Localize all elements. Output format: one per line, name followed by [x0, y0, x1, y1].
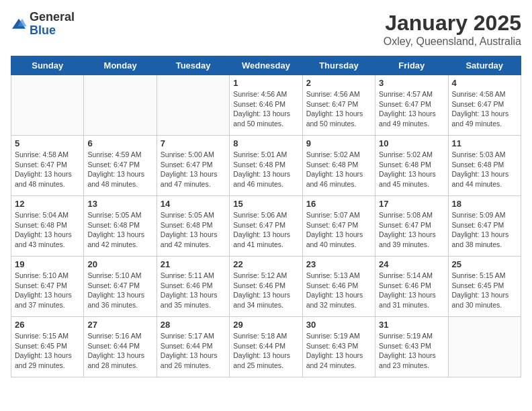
weekday-header-saturday: Saturday — [448, 56, 521, 75]
weekday-header-row: SundayMondayTuesdayWednesdayThursdayFrid… — [11, 56, 521, 75]
day-info: Sunrise: 5:13 AMSunset: 6:46 PMDaylight:… — [306, 271, 371, 310]
week-row-5: 26Sunrise: 5:15 AMSunset: 6:45 PMDayligh… — [11, 317, 521, 377]
day-cell-2: 2Sunrise: 4:56 AMSunset: 6:47 PMDaylight… — [302, 75, 375, 136]
day-info: Sunrise: 5:15 AMSunset: 6:45 PMDaylight:… — [15, 331, 80, 371]
day-info: Sunrise: 5:16 AMSunset: 6:44 PMDaylight:… — [87, 331, 152, 371]
day-cell-1: 1Sunrise: 4:56 AMSunset: 6:46 PMDaylight… — [230, 75, 302, 136]
day-info: Sunrise: 4:57 AMSunset: 6:47 PMDaylight:… — [379, 89, 444, 129]
day-cell-21: 21Sunrise: 5:11 AMSunset: 6:46 PMDayligh… — [157, 257, 229, 317]
week-row-2: 5Sunrise: 4:58 AMSunset: 6:47 PMDaylight… — [11, 136, 521, 196]
day-number: 22 — [233, 259, 298, 269]
day-cell-30: 30Sunrise: 5:19 AMSunset: 6:43 PMDayligh… — [302, 317, 375, 377]
empty-cell — [157, 75, 229, 136]
day-number: 2 — [306, 78, 371, 88]
day-cell-7: 7Sunrise: 5:00 AMSunset: 6:47 PMDaylight… — [157, 136, 229, 196]
weekday-header-monday: Monday — [84, 56, 157, 75]
day-info: Sunrise: 5:00 AMSunset: 6:47 PMDaylight:… — [161, 150, 226, 189]
weekday-header-thursday: Thursday — [302, 56, 375, 75]
empty-cell — [448, 317, 521, 377]
day-number: 25 — [452, 259, 517, 269]
day-cell-26: 26Sunrise: 5:15 AMSunset: 6:45 PMDayligh… — [11, 317, 84, 377]
day-info: Sunrise: 5:11 AMSunset: 6:46 PMDaylight:… — [161, 271, 226, 310]
day-info: Sunrise: 5:02 AMSunset: 6:48 PMDaylight:… — [379, 150, 444, 189]
day-number: 1 — [233, 78, 298, 88]
day-cell-3: 3Sunrise: 4:57 AMSunset: 6:47 PMDaylight… — [375, 75, 448, 136]
day-cell-31: 31Sunrise: 5:19 AMSunset: 6:43 PMDayligh… — [375, 317, 448, 377]
day-number: 4 — [452, 78, 517, 88]
day-info: Sunrise: 4:56 AMSunset: 6:46 PMDaylight:… — [233, 89, 298, 129]
day-info: Sunrise: 5:10 AMSunset: 6:47 PMDaylight:… — [87, 271, 152, 310]
day-info: Sunrise: 5:17 AMSunset: 6:44 PMDaylight:… — [161, 331, 226, 371]
day-number: 14 — [161, 199, 226, 209]
day-number: 26 — [15, 320, 80, 330]
day-cell-10: 10Sunrise: 5:02 AMSunset: 6:48 PMDayligh… — [375, 136, 448, 196]
day-number: 27 — [87, 320, 152, 330]
day-cell-27: 27Sunrise: 5:16 AMSunset: 6:44 PMDayligh… — [84, 317, 157, 377]
page-header: General Blue January 2025 Oxley, Queensl… — [11, 11, 521, 48]
day-info: Sunrise: 5:09 AMSunset: 6:47 PMDaylight:… — [452, 210, 517, 250]
calendar-subtitle: Oxley, Queensland, Australia — [384, 36, 521, 48]
day-info: Sunrise: 5:02 AMSunset: 6:48 PMDaylight:… — [306, 150, 371, 189]
day-info: Sunrise: 5:01 AMSunset: 6:48 PMDaylight:… — [233, 150, 298, 189]
day-number: 29 — [233, 320, 298, 330]
day-number: 10 — [379, 138, 444, 148]
day-number: 18 — [452, 199, 517, 209]
day-info: Sunrise: 4:58 AMSunset: 6:47 PMDaylight:… — [452, 89, 517, 129]
day-info: Sunrise: 5:18 AMSunset: 6:44 PMDaylight:… — [233, 331, 298, 371]
day-number: 5 — [15, 138, 80, 148]
week-row-3: 12Sunrise: 5:04 AMSunset: 6:48 PMDayligh… — [11, 196, 521, 257]
day-info: Sunrise: 5:15 AMSunset: 6:45 PMDaylight:… — [452, 271, 517, 310]
day-cell-28: 28Sunrise: 5:17 AMSunset: 6:44 PMDayligh… — [157, 317, 229, 377]
logo: General Blue — [11, 11, 75, 38]
weekday-header-sunday: Sunday — [11, 56, 84, 75]
day-number: 23 — [306, 259, 371, 269]
day-cell-24: 24Sunrise: 5:14 AMSunset: 6:46 PMDayligh… — [375, 257, 448, 317]
day-info: Sunrise: 5:05 AMSunset: 6:48 PMDaylight:… — [161, 210, 226, 250]
day-cell-6: 6Sunrise: 4:59 AMSunset: 6:47 PMDaylight… — [84, 136, 157, 196]
weekday-header-wednesday: Wednesday — [230, 56, 302, 75]
day-info: Sunrise: 5:08 AMSunset: 6:47 PMDaylight:… — [379, 210, 444, 250]
day-cell-23: 23Sunrise: 5:13 AMSunset: 6:46 PMDayligh… — [302, 257, 375, 317]
empty-cell — [84, 75, 157, 136]
day-cell-17: 17Sunrise: 5:08 AMSunset: 6:47 PMDayligh… — [375, 196, 448, 257]
day-number: 30 — [306, 320, 371, 330]
day-number: 9 — [306, 138, 371, 148]
logo-icon — [11, 17, 27, 31]
day-cell-9: 9Sunrise: 5:02 AMSunset: 6:48 PMDaylight… — [302, 136, 375, 196]
day-info: Sunrise: 5:10 AMSunset: 6:47 PMDaylight:… — [15, 271, 80, 310]
day-cell-4: 4Sunrise: 4:58 AMSunset: 6:47 PMDaylight… — [448, 75, 521, 136]
day-info: Sunrise: 4:59 AMSunset: 6:47 PMDaylight:… — [87, 150, 152, 189]
day-cell-5: 5Sunrise: 4:58 AMSunset: 6:47 PMDaylight… — [11, 136, 84, 196]
weekday-header-tuesday: Tuesday — [157, 56, 229, 75]
day-number: 16 — [306, 199, 371, 209]
day-number: 3 — [379, 78, 444, 88]
logo-blue-text: Blue — [30, 24, 75, 38]
weekday-header-friday: Friday — [375, 56, 448, 75]
day-number: 13 — [87, 199, 152, 209]
day-info: Sunrise: 5:19 AMSunset: 6:43 PMDaylight:… — [379, 331, 444, 371]
day-cell-13: 13Sunrise: 5:05 AMSunset: 6:48 PMDayligh… — [84, 196, 157, 257]
logo-text: General Blue — [30, 11, 75, 38]
day-cell-16: 16Sunrise: 5:07 AMSunset: 6:47 PMDayligh… — [302, 196, 375, 257]
day-cell-18: 18Sunrise: 5:09 AMSunset: 6:47 PMDayligh… — [448, 196, 521, 257]
day-cell-12: 12Sunrise: 5:04 AMSunset: 6:48 PMDayligh… — [11, 196, 84, 257]
day-number: 24 — [379, 259, 444, 269]
day-number: 31 — [379, 320, 444, 330]
day-cell-29: 29Sunrise: 5:18 AMSunset: 6:44 PMDayligh… — [230, 317, 302, 377]
day-cell-11: 11Sunrise: 5:03 AMSunset: 6:48 PMDayligh… — [448, 136, 521, 196]
day-number: 20 — [87, 259, 152, 269]
day-info: Sunrise: 5:04 AMSunset: 6:48 PMDaylight:… — [15, 210, 80, 250]
week-row-4: 19Sunrise: 5:10 AMSunset: 6:47 PMDayligh… — [11, 257, 521, 317]
day-number: 6 — [87, 138, 152, 148]
day-cell-22: 22Sunrise: 5:12 AMSunset: 6:46 PMDayligh… — [230, 257, 302, 317]
day-info: Sunrise: 4:56 AMSunset: 6:47 PMDaylight:… — [306, 89, 371, 129]
day-number: 11 — [452, 138, 517, 148]
calendar-table: SundayMondayTuesdayWednesdayThursdayFrid… — [11, 56, 521, 377]
day-number: 28 — [161, 320, 226, 330]
day-cell-14: 14Sunrise: 5:05 AMSunset: 6:48 PMDayligh… — [157, 196, 229, 257]
day-number: 15 — [233, 199, 298, 209]
day-cell-25: 25Sunrise: 5:15 AMSunset: 6:45 PMDayligh… — [448, 257, 521, 317]
title-block: January 2025 Oxley, Queensland, Australi… — [384, 11, 521, 48]
day-number: 8 — [233, 138, 298, 148]
week-row-1: 1Sunrise: 4:56 AMSunset: 6:46 PMDaylight… — [11, 75, 521, 136]
